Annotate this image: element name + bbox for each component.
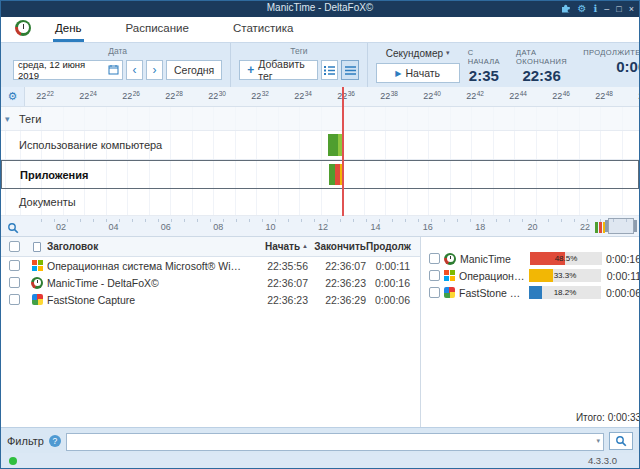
tag-list-view-button[interactable] [321,60,338,80]
timeline-row[interactable]: Приложения [1,160,639,189]
select-all-checkbox[interactable] [9,241,20,252]
tag-timeline-view-button[interactable] [341,60,358,80]
chevron-down-icon[interactable]: ▾ [5,114,10,124]
timeline-tick: 2244 [509,90,527,101]
tab[interactable]: День [53,17,84,42]
overview-hour-label: 20 [528,222,538,232]
manictime-logo [15,20,31,40]
prev-day-button[interactable]: ‹ [126,60,143,80]
row-checkbox[interactable] [9,294,20,305]
overview-hour-label: 12 [318,222,328,232]
timeline-row-label: Использование компьютера [19,139,162,151]
filter-input[interactable] [66,433,604,451]
column-header-duration[interactable]: Продолж [366,241,420,252]
stat-label: ПРОДОЛЖИТЕЛЬНОСТЬ [583,48,640,57]
usage-percent: 33.3% [529,271,601,280]
column-header-end[interactable]: Закончить [308,241,366,252]
column-header-title[interactable]: Заголовок [47,241,250,252]
summary-body: ManicTime48.5%0:00:16Операционная33.3%0:… [421,250,640,301]
stats: С НАЧАЛА2:35ДАТА ОКОНЧАНИЯ22:36ПРОДОЛЖИТ… [468,43,640,87]
next-day-button[interactable]: › [146,60,163,80]
zoom-magnifier-icon[interactable] [7,220,19,238]
chevron-down-icon: ▾ [446,49,450,57]
summary-label: FastStone Captu [459,287,525,299]
help-icon[interactable]: ? [49,435,61,447]
tab[interactable]: Расписание [124,17,191,42]
summary-row[interactable]: ManicTime48.5%0:00:16 [421,250,640,267]
date-input[interactable]: среда, 12 июня 2019 [13,60,123,80]
stat-value: 2:35 [469,67,499,84]
summary-row[interactable]: FastStone Captu18.2%0:00:06 [421,284,640,301]
toolbar: Дата среда, 12 июня 2019 ‹ › Сегодня Тег… [1,42,639,87]
row-checkbox[interactable] [9,277,20,288]
stat-block: С НАЧАЛА2:35 [468,48,500,87]
timeline-rows: ▾ТегиИспользование компьютераПриложенияД… [1,107,639,216]
stopwatch-dropdown[interactable]: Секундомер ▾ [386,46,450,60]
row-end-time: 22:36:29 [308,294,366,306]
row-checkbox[interactable] [429,253,440,264]
table-row[interactable]: Операционная система Microsoft® Windows®… [1,257,420,274]
row-start-time: 22:35:56 [250,260,308,272]
settings-gear-icon[interactable]: ⚙ [578,4,587,14]
summary-label: Операционная [459,270,525,282]
content: Заголовок Начать▲ Закончить Продолж Опер… [1,237,639,427]
minimize-button[interactable]: – [604,5,609,14]
overview-selection[interactable] [608,218,634,234]
usage-bar: 18.2% [529,286,601,299]
table-body: Операционная система Microsoft® Windows®… [1,257,420,308]
table-row[interactable]: ManicTime - DeltaFoX©22:36:0722:36:230:0… [1,274,420,291]
stopwatch-group: Секундомер ▾ ▶ Начать [367,43,468,87]
column-header-start[interactable]: Начать▲ [250,241,308,252]
timeline-tick: 2222 [36,90,54,101]
summary-row[interactable]: Операционная33.3%0:00:11 [421,267,640,284]
timeline-tick: 2236 [337,90,355,101]
close-button[interactable]: × [629,5,634,14]
titlebar-icons: ⚙ ℹ – □ × [561,1,635,17]
overview-hour-label: 16 [423,222,433,232]
overview-activity-segment [599,222,602,233]
stat-block: ДАТА ОКОНЧАНИЯ22:36 [516,48,567,87]
stat-label: С НАЧАЛА [468,48,500,66]
info-icon[interactable]: ℹ [593,4,597,14]
plus-icon: + [247,63,254,77]
add-tag-label: Добавить тег [258,58,310,82]
calendar-icon[interactable] [108,64,119,77]
filter-search-button[interactable] [609,432,633,450]
maximize-button[interactable]: □ [616,5,621,14]
timeline-tick: 2228 [165,90,183,101]
plugins-puzzle-icon[interactable] [561,3,571,15]
timeline-settings-gear-icon[interactable]: ⚙ [1,87,25,106]
row-checkbox[interactable] [9,260,20,271]
date-value: среда, 12 июня 2019 [18,59,108,81]
timeline-row[interactable]: Использование компьютера [1,131,639,160]
status-bar: 4.3.3.0 [1,453,639,468]
date-group-label: Дата [108,46,127,56]
document-icon [33,242,41,252]
summary-total: Итого: 0:00:33 [421,408,640,427]
filter-dropdown-chevron-icon[interactable]: ▾ [596,437,600,445]
windows-icon [444,270,455,281]
summary-pane: ManicTime48.5%0:00:16Операционная33.3%0:… [421,237,640,427]
row-title: Операционная система Microsoft® Windows® [47,260,250,272]
row-checkbox[interactable] [429,287,440,298]
tab[interactable]: Статистика [231,17,295,42]
stat-block: ПРОДОЛЖИТЕЛЬНОСТЬ0:00 [583,48,640,87]
timeline-ticks: 2222222422262228223022322234223622382240… [25,87,639,106]
table-header: Заголовок Начать▲ Закончить Продолж [1,237,420,257]
timeline-row[interactable]: ▾Теги [1,107,639,131]
table-row[interactable]: FastStone Capture22:36:2322:36:290:00:06 [1,291,420,308]
summary-duration: 0:00:11 [605,270,640,282]
start-button[interactable]: ▶ Начать [376,63,460,83]
add-tag-button[interactable]: + Добавить тег [239,60,318,80]
timeline-row[interactable]: Документы [1,189,639,216]
timeline-tick: 2224 [79,90,97,101]
tabs: ДеньРасписаниеСтатистика [53,17,335,42]
overview-hour-label: 10 [266,222,276,232]
timeline-row-label: Теги [19,113,41,125]
usage-percent: 18.2% [529,288,601,297]
overview-strip[interactable]: 0204060810121416182022 [1,216,639,237]
today-button[interactable]: Сегодня [166,60,222,80]
timeline-row-label: Приложения [20,169,88,181]
row-checkbox[interactable] [429,270,440,281]
faststone-icon [32,294,43,305]
